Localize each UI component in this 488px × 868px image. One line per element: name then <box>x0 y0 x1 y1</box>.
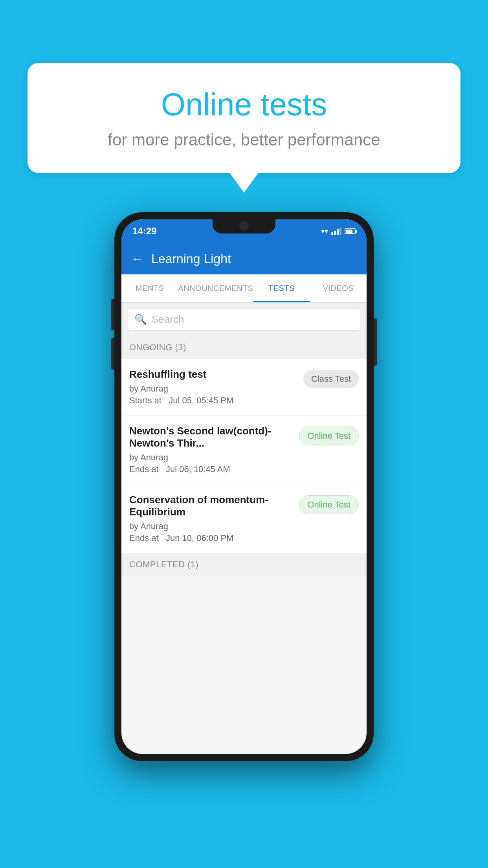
test-item[interactable]: Conservation of momentum-Equilibrium by … <box>121 484 367 553</box>
power-button[interactable] <box>374 318 377 366</box>
search-container: 🔍 Search <box>121 303 367 336</box>
battery-icon <box>345 228 356 234</box>
signal-icon <box>331 228 341 235</box>
app-title: Learning Light <box>151 252 231 266</box>
test-date: Starts at Jul 05, 05:45 PM <box>129 395 297 406</box>
test-author: by Anurag <box>129 521 293 531</box>
search-bar[interactable]: 🔍 Search <box>128 308 360 331</box>
app-header: ← Learning Light <box>121 243 367 274</box>
test-item-left: Conservation of momentum-Equilibrium by … <box>129 494 293 543</box>
test-badge: Online Test <box>299 495 359 514</box>
volume-down-button[interactable] <box>111 338 114 370</box>
test-item[interactable]: Newton's Second law(contd)-Newton's Thir… <box>121 416 367 484</box>
test-name: Conservation of momentum-Equilibrium <box>129 494 293 518</box>
wifi-icon: ▾▾ <box>321 227 328 235</box>
ongoing-section-header: ONGOING (3) <box>121 336 367 359</box>
speech-bubble-container: Online tests for more practice, better p… <box>28 63 460 173</box>
test-item[interactable]: Reshuffling test by Anurag Starts at Jul… <box>121 359 367 416</box>
bubble-title: Online tests <box>55 86 433 123</box>
tabs-container: MENTS ANNOUNCEMENTS TESTS VIDEOS <box>121 274 367 303</box>
speech-bubble: Online tests for more practice, better p… <box>28 63 460 173</box>
test-badge: Online Test <box>299 427 359 445</box>
tab-ments[interactable]: MENTS <box>121 274 178 302</box>
test-item-left: Reshuffling test by Anurag Starts at Jul… <box>129 368 297 406</box>
test-author: by Anurag <box>129 452 293 463</box>
phone-camera <box>239 221 249 230</box>
completed-section-header: COMPLETED (1) <box>121 553 367 576</box>
test-author: by Anurag <box>129 384 297 394</box>
test-badge: Class Test <box>303 370 359 388</box>
phone-notch <box>213 219 275 234</box>
test-item-left: Newton's Second law(contd)-Newton's Thir… <box>129 425 293 474</box>
test-list: Reshuffling test by Anurag Starts at Jul… <box>121 359 367 553</box>
volume-up-button[interactable] <box>111 299 114 330</box>
test-date: Ends at Jul 06, 10:45 AM <box>129 464 293 474</box>
test-name: Newton's Second law(contd)-Newton's Thir… <box>129 425 293 449</box>
back-button[interactable]: ← <box>131 252 143 266</box>
tab-videos[interactable]: VIDEOS <box>310 274 367 302</box>
search-icon: 🔍 <box>134 313 147 326</box>
phone-frame: 14:29 ▾▾ <box>114 212 374 761</box>
test-date: Ends at Jun 10, 06:00 PM <box>129 533 293 543</box>
phone-screen: 14:29 ▾▾ <box>121 219 367 754</box>
status-icons: ▾▾ <box>321 227 356 235</box>
test-name: Reshuffling test <box>129 368 297 381</box>
status-time: 14:29 <box>132 226 156 237</box>
search-placeholder: Search <box>152 313 184 326</box>
phone-wrapper: 14:29 ▾▾ <box>114 212 374 761</box>
tab-tests[interactable]: TESTS <box>253 274 310 302</box>
bubble-subtitle: for more practice, better performance <box>55 131 433 149</box>
tab-announcements[interactable]: ANNOUNCEMENTS <box>178 274 253 302</box>
